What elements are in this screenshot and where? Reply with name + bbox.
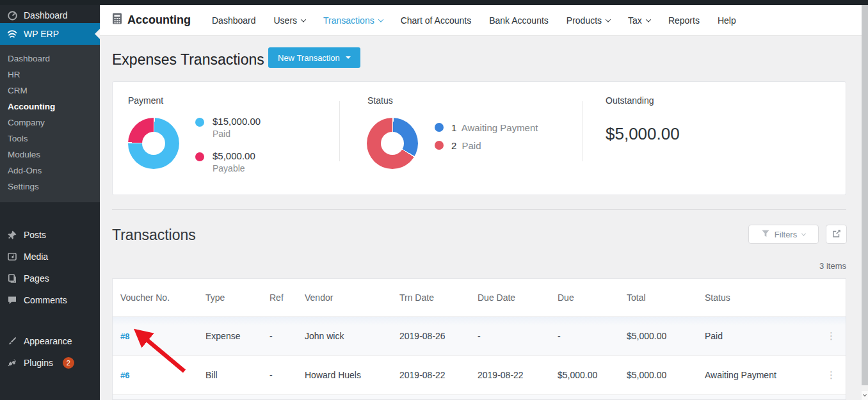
- sidebar-item-label: Dashboard: [24, 10, 68, 20]
- cell-vendor: Howard Huels: [305, 370, 399, 380]
- nav-products[interactable]: Products: [567, 15, 610, 26]
- cell-type: Expense: [205, 331, 269, 341]
- sidebar-item-comments[interactable]: Comments: [0, 289, 100, 311]
- cell-status: Awaiting Payment: [705, 370, 817, 380]
- nav-reports[interactable]: Reports: [668, 15, 700, 26]
- legend-dot: [435, 123, 444, 132]
- col-vendor: Vendor: [305, 292, 399, 303]
- sidebar-item-appearance[interactable]: Appearance: [0, 330, 100, 352]
- chevron-down-icon: [301, 17, 306, 22]
- media-icon: [6, 251, 18, 262]
- submenu-item-hr[interactable]: HR: [0, 67, 100, 83]
- sidebar-item-label: Pages: [24, 273, 49, 284]
- table-row: #6 Bill - Howard Huels 2019-08-22 2019-0…: [113, 355, 846, 394]
- cell-due: -: [558, 331, 627, 341]
- nav-bank-accounts[interactable]: Bank Accounts: [489, 15, 549, 26]
- nav-dashboard[interactable]: Dashboard: [212, 15, 256, 26]
- legend-dot: [195, 118, 204, 127]
- table-row-partial: [113, 394, 846, 400]
- cell-total: $5,000.00: [627, 331, 705, 341]
- sidebar-item-plugins[interactable]: Plugins 2: [0, 352, 100, 374]
- submenu-item-accounting[interactable]: Accounting: [0, 99, 100, 115]
- plugins-update-badge: 2: [63, 357, 74, 369]
- col-trn-date: Trn Date: [399, 292, 478, 303]
- summary-panel: Payment $15,000.00 Paid $5,000.00 Payabl…: [112, 81, 846, 195]
- sidebar-item-media[interactable]: Media: [0, 246, 100, 268]
- col-due-date: Due Date: [478, 292, 558, 303]
- section-divider: [112, 209, 846, 210]
- sidebar-item-label: Plugins: [24, 358, 53, 368]
- nav-tax[interactable]: Tax: [628, 15, 650, 26]
- accounting-top-nav: Accounting Dashboard Users Transactions …: [100, 5, 862, 36]
- row-actions-menu-icon[interactable]: ⋮: [817, 369, 846, 381]
- export-icon: [832, 229, 841, 240]
- accounting-brand[interactable]: Accounting: [112, 13, 191, 28]
- panel-divider: [583, 101, 583, 161]
- table-header-row: Voucher No. Type Ref Vendor Trn Date Due…: [113, 279, 846, 316]
- payment-legend: $15,000.00 Paid $5,000.00 Payable: [195, 116, 261, 173]
- paintbrush-icon: [6, 335, 18, 347]
- submenu-item-dashboard[interactable]: Dashboard: [0, 51, 100, 67]
- sidebar-separator: [0, 311, 100, 330]
- legend-item-paid: 2 Paid: [435, 137, 538, 154]
- nav-transactions[interactable]: Transactions: [323, 15, 383, 26]
- calculator-icon: [112, 13, 122, 28]
- pushpin-icon: [6, 229, 18, 241]
- cell-status: Paid: [705, 331, 817, 341]
- cell-ref: -: [269, 370, 305, 380]
- submenu-item-crm[interactable]: CRM: [0, 83, 100, 99]
- chevron-down-icon: [606, 17, 611, 22]
- submenu-item-company[interactable]: Company: [0, 115, 100, 131]
- cell-total: $5,000.00: [627, 370, 705, 380]
- cell-due-date: 2019-08-22: [478, 370, 558, 380]
- cell-due-date: -: [478, 331, 558, 341]
- sidebar-item-label: Comments: [24, 295, 67, 305]
- nav-chart-of-accounts[interactable]: Chart of Accounts: [401, 15, 472, 26]
- submenu-item-settings[interactable]: Settings: [0, 179, 100, 195]
- submenu-item-modules[interactable]: Modules: [0, 147, 100, 163]
- submenu-item-tools[interactable]: Tools: [0, 131, 100, 147]
- col-voucher-no: Voucher No.: [120, 292, 205, 303]
- sidebar-item-pages[interactable]: Pages: [0, 268, 100, 289]
- filters-button[interactable]: Filters: [748, 225, 819, 244]
- comment-bubble-icon: [6, 294, 18, 306]
- col-ref: Ref: [269, 292, 305, 303]
- export-button[interactable]: [826, 225, 847, 244]
- voucher-link[interactable]: #6: [120, 371, 129, 380]
- nav-users[interactable]: Users: [274, 15, 306, 26]
- chevron-down-icon: [646, 17, 651, 22]
- transactions-table: Voucher No. Type Ref Vendor Trn Date Due…: [112, 278, 846, 400]
- status-legend: 1 Awaiting Payment 2 Paid: [435, 119, 538, 154]
- legend-dot: [195, 152, 204, 161]
- voucher-link[interactable]: #8: [120, 332, 129, 341]
- wp-erp-logo-icon: [6, 28, 18, 40]
- page-title: Expenses Transactions: [112, 51, 264, 68]
- sidebar-item-label: WP ERP: [24, 29, 59, 39]
- wp-erp-submenu: Dashboard HR CRM Accounting Company Tool…: [0, 45, 100, 202]
- payment-card-title: Payment: [128, 95, 163, 106]
- chevron-down-icon: [378, 17, 383, 22]
- col-total: Total: [627, 292, 705, 303]
- new-transaction-button[interactable]: New Transaction: [268, 47, 360, 68]
- sidebar-item-wp-erp[interactable]: WP ERP: [0, 23, 100, 45]
- scrollbar-down-button[interactable]: [862, 391, 868, 400]
- funnel-icon: [762, 230, 769, 239]
- cell-trn-date: 2019-08-22: [399, 370, 478, 380]
- cell-type: Bill: [205, 370, 269, 380]
- legend-item-paid: $15,000.00 Paid: [195, 116, 261, 139]
- sidebar-item-label: Posts: [24, 230, 46, 240]
- scrollbar-thumb[interactable]: [862, 5, 868, 385]
- table-row: #8 Expense - John wick 2019-08-26 - - $5…: [113, 316, 846, 355]
- submenu-item-addons[interactable]: Add-Ons: [0, 163, 100, 179]
- sidebar-item-posts[interactable]: Posts: [0, 224, 100, 246]
- panel-divider: [339, 101, 340, 161]
- items-count: 3 items: [819, 261, 846, 271]
- scrollbar[interactable]: [862, 5, 868, 400]
- cell-due: $5,000.00: [558, 370, 627, 380]
- status-card-title: Status: [367, 95, 393, 106]
- nav-help[interactable]: Help: [718, 15, 736, 26]
- cell-ref: -: [269, 331, 305, 341]
- payment-donut-chart: [128, 118, 179, 169]
- row-actions-menu-icon[interactable]: ⋮: [817, 330, 846, 342]
- col-status: Status: [705, 292, 817, 303]
